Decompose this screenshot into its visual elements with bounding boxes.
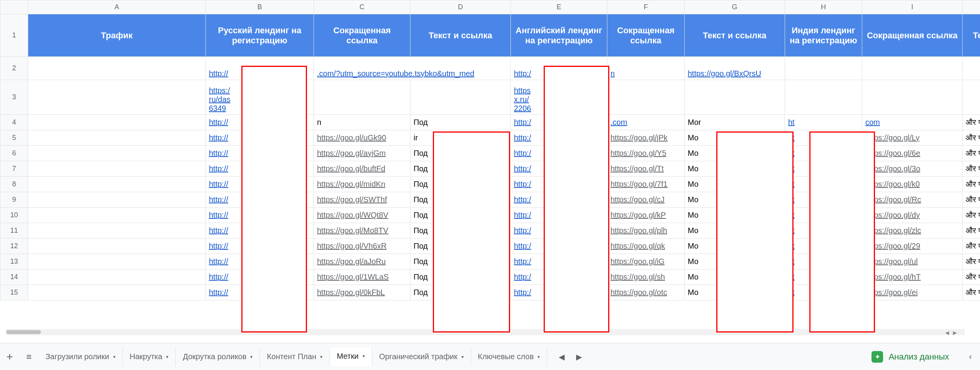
cell-H11[interactable]: ht (785, 223, 862, 239)
cell-J5[interactable]: और प (963, 130, 980, 146)
cell-J11[interactable]: और प (963, 223, 980, 239)
header-cell-J[interactable]: Тек (963, 14, 980, 57)
cell-H2[interactable] (785, 57, 862, 80)
link[interactable]: https://goo.gl/buftFd (317, 164, 385, 173)
cell-A14[interactable] (28, 269, 206, 285)
row-header-11[interactable]: 11 (0, 223, 28, 239)
link[interactable]: http:// (209, 273, 228, 281)
link[interactable]: https://goo.gl/ei (865, 288, 918, 297)
cell-A10[interactable] (28, 208, 206, 223)
cell-D10[interactable]: Под (410, 208, 511, 223)
header-cell-H[interactable]: Индия лендинг на регистрацию (785, 14, 862, 57)
cell-G3[interactable] (685, 80, 785, 115)
link[interactable]: httpsx.ru/2206 (514, 86, 531, 113)
chevron-down-icon[interactable]: ▾ (461, 354, 464, 360)
cell-J10[interactable]: और प (963, 208, 980, 223)
cell-G15[interactable]: Mo (685, 285, 785, 300)
link[interactable]: ht (788, 288, 795, 297)
cell-B14[interactable]: http:// (206, 269, 314, 285)
cell-A7[interactable] (28, 161, 206, 177)
cell-H8[interactable]: ht (785, 177, 862, 192)
cell-J14[interactable]: और प (963, 269, 980, 285)
cell-H5[interactable]: ht (785, 130, 862, 146)
cell-C14[interactable]: https://goo.gl/1WLaS (314, 269, 410, 285)
cell-E15[interactable]: http:/ (511, 285, 607, 300)
cell-F14[interactable]: https://goo.gl/sh (607, 269, 685, 285)
cell-B13[interactable]: http:// (206, 254, 314, 269)
cell-C10[interactable]: https://goo.gl/WQt8V (314, 208, 410, 223)
link[interactable]: https://goo.gl/3o (865, 164, 920, 173)
header-cell-B[interactable]: Русский лендинг на регистрацию (206, 14, 314, 57)
cell-D9[interactable]: Под (410, 192, 511, 208)
cell-D8[interactable]: Под (410, 177, 511, 192)
cell-H12[interactable]: ht (785, 239, 862, 254)
link[interactable]: ht (788, 273, 795, 281)
cell-E7[interactable]: http:/ (511, 161, 607, 177)
cell-I11[interactable]: https://goo.gl/zlc (862, 223, 963, 239)
cell-J8[interactable]: और प (963, 177, 980, 192)
cell-F3[interactable] (607, 80, 685, 115)
cell-J13[interactable]: और प (963, 254, 980, 269)
cell-F4[interactable]: .com (607, 115, 685, 130)
cell-F9[interactable]: https://goo.gl/cJ (607, 192, 685, 208)
cell-H7[interactable]: ht (785, 161, 862, 177)
cell-G5[interactable]: Mo (685, 130, 785, 146)
sheet-tab[interactable]: Загрузили ролики▾ (39, 348, 123, 366)
row-header-13[interactable]: 13 (0, 254, 28, 269)
cell-B12[interactable]: http:// (206, 239, 314, 254)
cell-G12[interactable]: Mo (685, 239, 785, 254)
cell-C11[interactable]: https://goo.gl/Mo8TV (314, 223, 410, 239)
link[interactable]: https://goo.gl/6e (865, 149, 920, 157)
link[interactable]: https://goo.gl/Y5 (610, 149, 666, 157)
cell-I7[interactable]: https://goo.gl/3o (862, 161, 963, 177)
link[interactable]: http:// (209, 242, 228, 250)
link[interactable]: https://goo.gl/ul (865, 257, 918, 266)
horizontal-scrollbar[interactable]: ◀ ▶ (6, 329, 965, 335)
cell-A9[interactable] (28, 192, 206, 208)
cell-I3[interactable] (862, 80, 963, 115)
cell-F2[interactable]: n (607, 57, 685, 80)
link[interactable]: n (610, 69, 615, 78)
cell-F5[interactable]: https://goo.gl/jPk (607, 130, 685, 146)
sheet-tab[interactable]: Метки▾ (330, 348, 372, 366)
link[interactable]: https://goo.gl/iG (610, 257, 665, 266)
cell-A6[interactable] (28, 146, 206, 161)
link[interactable]: http:/ (514, 242, 531, 250)
link[interactable]: https://goo.gl/midKn (317, 180, 385, 188)
col-header-E[interactable]: E (511, 0, 607, 14)
sheet-tab[interactable]: Докрутка роликов▾ (176, 348, 260, 366)
cell-J4[interactable]: और प (963, 115, 980, 130)
cell-D13[interactable]: Под (410, 254, 511, 269)
col-header-D[interactable]: D (410, 0, 511, 14)
link[interactable]: https://goo.gl/Tt (610, 164, 664, 173)
link[interactable]: https://goo.gl/kP (610, 211, 666, 219)
cell-B8[interactable]: http:// (206, 177, 314, 192)
link[interactable]: https://goo.gl/sh (610, 273, 665, 281)
row-header-4[interactable]: 4 (0, 115, 28, 130)
cell-I4[interactable]: com (862, 115, 963, 130)
link[interactable]: https://goo.gl/SWThf (317, 195, 387, 204)
link[interactable]: https://goo.gl/aJoRu (317, 257, 386, 266)
row-header-1[interactable]: 1 (0, 14, 28, 57)
cell-G14[interactable]: Mo (685, 269, 785, 285)
chevron-down-icon[interactable]: ▾ (363, 353, 365, 359)
cell-H6[interactable]: ht (785, 146, 862, 161)
cell-B7[interactable]: http:// (206, 161, 314, 177)
row-header-6[interactable]: 6 (0, 146, 28, 161)
cell-G11[interactable]: Mo (685, 223, 785, 239)
cell-G6[interactable]: Mo (685, 146, 785, 161)
cell-D15[interactable]: Под (410, 285, 511, 300)
cell-A4[interactable] (28, 115, 206, 130)
cell-E8[interactable]: http:/ (511, 177, 607, 192)
cell-J6[interactable]: और प (963, 146, 980, 161)
cell-F11[interactable]: https://goo.gl/plh (607, 223, 685, 239)
cell-F7[interactable]: https://goo.gl/Tt (607, 161, 685, 177)
link[interactable]: https://goo.gl/WQt8V (317, 211, 388, 219)
row-header-12[interactable]: 12 (0, 239, 28, 254)
link[interactable]: http:// (209, 133, 228, 142)
tab-nav-left-icon[interactable]: ◀ (559, 352, 565, 361)
link[interactable]: https://goo.gl/uGk90 (317, 133, 386, 142)
link[interactable]: .com (610, 118, 627, 126)
link[interactable]: http:/ (514, 118, 531, 126)
header-cell-A[interactable]: Трафик (28, 14, 206, 57)
